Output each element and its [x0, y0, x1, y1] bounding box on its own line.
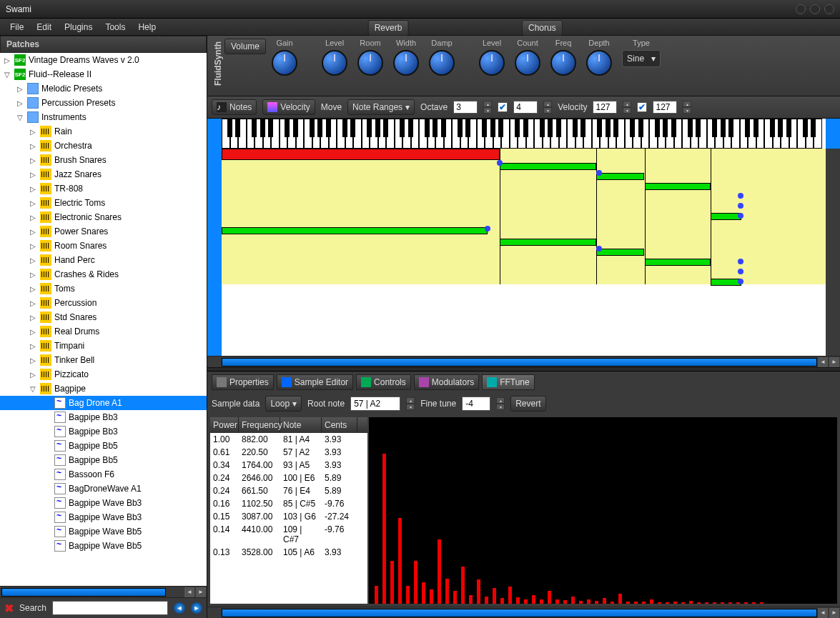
tree-item[interactable]: Bagpipe Bb5	[69, 455, 118, 465]
tab-fftune[interactable]: FFTune	[482, 374, 535, 390]
sidebar: Patches ▷SF2Vintage Dreams Waves v 2.0 ▽…	[0, 36, 207, 618]
tree-item[interactable]: Instruments	[41, 112, 87, 122]
tree-item[interactable]: TR-808	[54, 184, 83, 194]
tree-item[interactable]: Pizzicato	[54, 369, 89, 379]
fft-table[interactable]: Power Frequency Note Cents 1.00882.0081 …	[210, 417, 367, 604]
tree-item[interactable]: Bagpipe Wave Bb3	[69, 498, 142, 508]
velocity-toggle[interactable]: Velocity	[262, 99, 315, 115]
window-min-button[interactable]	[796, 4, 806, 14]
clear-search-icon[interactable]: ✖	[4, 602, 14, 615]
rootnote-label: Root note	[307, 399, 345, 409]
tree-item[interactable]: Vintage Dreams Waves v 2.0	[29, 55, 139, 65]
tree-item[interactable]: Toms	[54, 284, 75, 294]
chorus-count-knob[interactable]	[515, 50, 540, 76]
reverb-button[interactable]: Reverb	[368, 20, 409, 36]
tree-item[interactable]: Tinker Bell	[54, 355, 94, 365]
window-titlebar: Swami	[0, 0, 840, 19]
chorus-level-knob[interactable]	[479, 50, 505, 76]
tree-item[interactable]: Bassoon F6	[69, 469, 114, 479]
synth-label: FluidSynth	[212, 39, 224, 89]
notes-toggle[interactable]: ♪Notes	[212, 99, 257, 115]
search-next-button[interactable]: ►	[191, 602, 202, 614]
chorus-freq-knob[interactable]	[550, 50, 576, 76]
tree-item[interactable]: Real Drums	[54, 327, 99, 337]
chorus-depth-knob[interactable]	[586, 50, 612, 76]
tree-item[interactable]: Bagpipe Wave Bb5	[69, 527, 142, 537]
tree-item-selected[interactable]: Bag Drone A1	[69, 398, 122, 408]
tree-item[interactable]: Melodic Presets	[41, 84, 102, 94]
tree-item-bagpipe[interactable]: Bagpipe	[54, 384, 86, 394]
tree-item[interactable]: Power Snares	[54, 226, 108, 236]
tree-item[interactable]: Rain	[54, 126, 72, 136]
search-prev-button[interactable]: ◄	[174, 602, 185, 614]
velocity1-input[interactable]	[593, 101, 617, 114]
velocity2-input[interactable]	[653, 101, 677, 114]
lower-hscroll[interactable]: ◄►	[207, 607, 840, 618]
tree-item[interactable]: Bagpipe Bb5	[69, 441, 118, 451]
chorus-button[interactable]: Chorus	[522, 20, 563, 36]
move-select[interactable]: Note Ranges ▾	[347, 99, 415, 115]
octave1-input[interactable]	[453, 101, 478, 114]
sampledata-select[interactable]: Loop ▾	[265, 396, 302, 412]
chevron-down-icon: ▾	[405, 102, 410, 112]
patch-tree[interactable]: ▷SF2Vintage Dreams Waves v 2.0 ▽SF2Fluid…	[0, 53, 207, 586]
tree-item[interactable]: Percussion Presets	[41, 98, 115, 108]
menu-file[interactable]: File	[4, 20, 29, 34]
tree-item[interactable]: Room Snares	[54, 241, 107, 251]
tree-item[interactable]: Timpani	[54, 341, 84, 351]
reverb-room-knob[interactable]	[357, 50, 383, 76]
octave2-input[interactable]	[513, 101, 538, 114]
reverb-damp-knob[interactable]	[429, 50, 455, 76]
finetune-input[interactable]	[462, 397, 490, 411]
tree-item[interactable]: Bagpipe Wave Bb5	[69, 541, 142, 551]
velocity-sync-checkbox[interactable]: ✔	[637, 102, 647, 112]
tree-item[interactable]: Fluid--Release II	[29, 69, 92, 79]
search-label: Search	[19, 603, 46, 613]
volume-button[interactable]: Volume	[224, 39, 266, 54]
tree-item[interactable]: Bagpipe Wave Bb3	[69, 512, 142, 522]
reverb-level-knob[interactable]	[322, 50, 347, 76]
tree-item[interactable]: Std Snares	[54, 312, 97, 322]
menu-plugins[interactable]: Plugins	[59, 20, 98, 34]
tree-item[interactable]: Crashes & Rides	[54, 269, 119, 279]
tree-item[interactable]: Electronic Snares	[54, 212, 122, 222]
revert-button[interactable]: Revert	[510, 396, 545, 412]
move-label: Move	[321, 102, 342, 112]
tree-item[interactable]: Orchestra	[54, 141, 92, 151]
piano-keyboard[interactable]	[207, 119, 840, 149]
tab-properties[interactable]: Properties	[212, 374, 274, 390]
octave-sync-checkbox[interactable]: ✔	[498, 102, 508, 112]
tree-item[interactable]: Brush Snares	[54, 155, 107, 165]
tree-item[interactable]: Bagpipe Bb3	[69, 427, 118, 437]
gain-knob[interactable]	[272, 50, 297, 76]
tree-item[interactable]: Percussion	[54, 298, 97, 308]
note-range-view[interactable]	[222, 149, 826, 356]
scroll-left-icon[interactable]: ◄	[184, 587, 194, 597]
tree-item[interactable]: Electric Toms	[54, 198, 105, 208]
menu-edit[interactable]: Edit	[31, 20, 57, 34]
fftune-toolbar: Sample data Loop ▾ Root note ▴▾ Fine tun…	[207, 393, 840, 414]
editor-tabs: Properties Sample Editor Controls Modula…	[207, 372, 840, 393]
tree-item[interactable]: Jazz Snares	[54, 169, 102, 179]
tab-sample-editor[interactable]: Sample Editor	[277, 374, 353, 390]
tree-item[interactable]: Hand Perc	[54, 255, 95, 265]
window-close-button[interactable]	[824, 4, 834, 14]
tab-controls[interactable]: Controls	[356, 374, 411, 390]
search-bar: ✖ Search ◄ ►	[0, 597, 207, 618]
range-hscroll[interactable]: ◄►	[207, 356, 840, 367]
sampledata-label: Sample data	[212, 399, 260, 409]
chorus-type-select[interactable]: Sine▾	[622, 50, 661, 67]
search-input[interactable]	[52, 601, 168, 615]
fft-spectrum[interactable]	[369, 417, 837, 604]
tree-item[interactable]: BagDroneWave A1	[69, 484, 142, 494]
menu-tools[interactable]: Tools	[99, 20, 131, 34]
rootnote-input[interactable]	[350, 397, 400, 411]
window-max-button[interactable]	[810, 4, 820, 14]
octave-label: Octave	[420, 102, 448, 112]
tree-item[interactable]: Bagpipe Bb3	[69, 412, 118, 422]
menu-help[interactable]: Help	[132, 20, 162, 34]
scroll-right-icon[interactable]: ►	[196, 587, 206, 597]
tab-modulators[interactable]: Modulators	[414, 374, 479, 390]
tree-hscroll[interactable]: ◄ ►	[0, 586, 207, 597]
reverb-width-knob[interactable]	[393, 50, 419, 76]
